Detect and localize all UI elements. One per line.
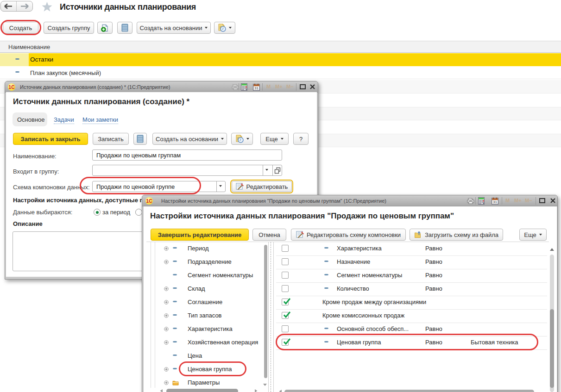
svg-text:1С: 1С <box>146 199 152 204</box>
svg-text:31: 31 <box>254 86 258 90</box>
svg-text:1С: 1С <box>9 85 15 90</box>
svg-text:31: 31 <box>493 200 497 204</box>
